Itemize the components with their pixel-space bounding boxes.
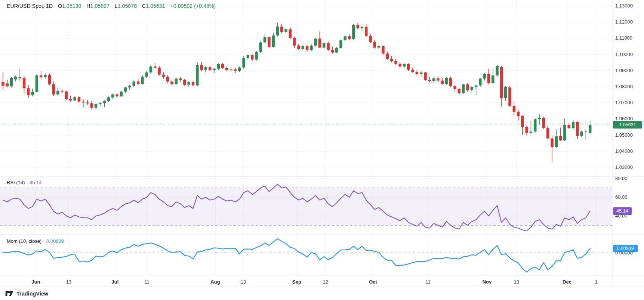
candle [462, 84, 465, 94]
candle [251, 53, 254, 61]
candle [154, 63, 157, 69]
price-axis-label: 1.11000 [615, 35, 632, 41]
candle [200, 62, 203, 71]
candle [542, 117, 545, 129]
candle [386, 52, 389, 60]
candle [264, 34, 266, 43]
candle [196, 62, 199, 86]
candle [496, 65, 499, 77]
candle [179, 77, 182, 82]
candle [242, 56, 245, 69]
candle [48, 74, 51, 86]
candle [407, 63, 410, 71]
time-axis-label: 1 [595, 279, 597, 285]
time-axis-label: Oct [369, 279, 377, 285]
time-axis-label: 12 [323, 279, 328, 285]
candle [306, 45, 309, 52]
candle [44, 74, 47, 79]
candle [128, 85, 131, 90]
candle [323, 42, 326, 49]
candle [280, 24, 283, 34]
close-label: C [142, 3, 146, 9]
candle [500, 66, 503, 106]
tradingview-label: TradingView [16, 291, 48, 297]
candle [445, 77, 448, 85]
candle [576, 121, 579, 139]
rsi-value-badge: 45.14 [613, 207, 632, 215]
candles [1, 23, 591, 162]
candle [398, 62, 401, 68]
mom-line [3, 239, 590, 272]
candle [394, 59, 397, 65]
candle [1, 72, 4, 90]
candle [479, 78, 482, 87]
candle [289, 27, 292, 39]
candle [137, 78, 140, 85]
candle [538, 114, 541, 124]
candle [52, 81, 55, 96]
candle [453, 85, 456, 92]
low-label: L [115, 3, 118, 9]
candle [293, 37, 296, 48]
time-axis-label: Aug [210, 279, 220, 285]
candle [382, 45, 385, 55]
time-axis-label: 13 [241, 279, 246, 285]
candle [268, 36, 271, 48]
candle [530, 121, 533, 134]
price-axis-label: 1.07000 [615, 100, 633, 105]
candle [204, 66, 207, 72]
candle [348, 34, 351, 40]
candle [6, 80, 9, 87]
candle [40, 71, 43, 80]
candle [344, 35, 347, 41]
candle [31, 89, 34, 96]
candle [432, 77, 435, 83]
symbol-header: EUR/USD Spot, 1D O1.05130 H1.05897 L1.05… [7, 3, 216, 9]
candle [411, 68, 414, 73]
price-axis-label: 1.05000 [615, 132, 633, 138]
candle [572, 120, 575, 129]
candle [36, 74, 38, 92]
candle [150, 65, 152, 74]
candle [158, 66, 161, 76]
current-price-badge: 1.05631 [613, 121, 642, 129]
candle [99, 102, 102, 106]
candle [221, 63, 224, 69]
candle [449, 77, 452, 87]
candle [166, 75, 169, 83]
candle [361, 26, 364, 31]
candle [378, 45, 380, 50]
open-value: 1.05130 [62, 3, 81, 9]
candle [567, 123, 570, 129]
rsi-title-value: 45.14 [30, 180, 42, 185]
candle [369, 34, 372, 43]
chart-canvas[interactable] [0, 0, 644, 300]
candle [585, 130, 588, 140]
candle [145, 71, 148, 78]
candle [234, 68, 237, 73]
candle [192, 81, 195, 87]
symbol-title: EUR/USD Spot, 1D [7, 3, 53, 9]
candle [183, 79, 186, 86]
candle [95, 103, 98, 110]
candle [471, 86, 474, 92]
candle [563, 119, 566, 141]
candle [437, 76, 440, 82]
candle [327, 41, 330, 51]
price-gridlines [0, 6, 612, 167]
candle [103, 100, 106, 108]
rsi-axis-label: 80.00 [615, 176, 628, 181]
candle [513, 102, 516, 115]
time-axis-label: 13 [514, 279, 519, 285]
price-axis-label: 1.06000 [615, 116, 633, 121]
candle [27, 85, 30, 98]
time-axis-label: 11 [144, 279, 150, 285]
price-axis-label: 1.03000 [615, 164, 633, 170]
candle [284, 28, 287, 33]
candle [466, 83, 469, 92]
candle [555, 129, 558, 148]
candle [504, 86, 507, 101]
candle [331, 47, 334, 54]
tradingview-attribution[interactable]: TradingView [5, 290, 48, 297]
candle [111, 93, 114, 99]
